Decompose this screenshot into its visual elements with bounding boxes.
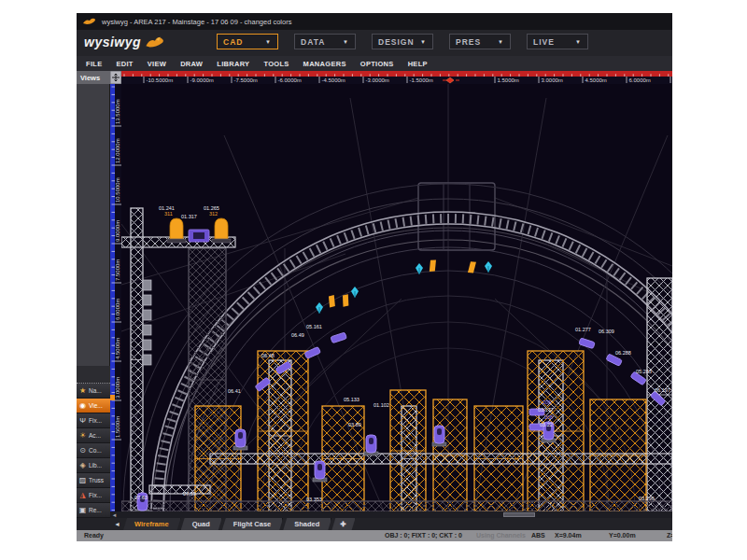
fixture-label: 01.277 bbox=[575, 327, 591, 332]
sidebar-tool-star[interactable]: ★Na... bbox=[77, 384, 110, 399]
chevron-down-icon: ▼ bbox=[498, 39, 504, 45]
svg-text:-6.0000m: -6.0000m bbox=[278, 77, 302, 83]
views-panel-header[interactable]: Views bbox=[77, 71, 110, 84]
chevron-down-icon: ▼ bbox=[575, 39, 582, 45]
fixture-label: 208 bbox=[544, 414, 553, 420]
horizontal-ruler[interactable]: -10.5000m-9.0000m-7.5000m-6.0000m-4.5000… bbox=[121, 71, 672, 84]
menu-managers[interactable]: MANAGERS bbox=[303, 60, 346, 68]
library-icon: ◈ bbox=[78, 461, 87, 469]
window-title: wysiwyg - AREA 217 - Mainstage - 17 06 0… bbox=[102, 18, 291, 26]
scroll-left-icon[interactable]: ◄ bbox=[110, 512, 119, 518]
fixture-label: 03.296 bbox=[639, 496, 655, 501]
status-x-coord: X=9.04m bbox=[555, 532, 582, 539]
svg-text:4.5000m: 4.5000m bbox=[115, 338, 120, 359]
view-tab-shaded[interactable]: Shaded bbox=[283, 518, 331, 530]
fixture-lbox[interactable] bbox=[143, 310, 151, 320]
menu-tools[interactable]: TOOLS bbox=[263, 60, 289, 68]
svg-text:3.0000m: 3.0000m bbox=[115, 377, 120, 399]
fixture-label: 03.22 bbox=[540, 422, 553, 427]
fixture-label: 06.309 bbox=[599, 329, 614, 334]
status-y-coord: Y=0.00m bbox=[609, 532, 636, 539]
svg-text:-1.5000m: -1.5000m bbox=[410, 77, 433, 83]
logo-bird-icon bbox=[145, 35, 165, 49]
svg-text:1.5000m: 1.5000m bbox=[498, 77, 519, 83]
svg-text:1.5000m: 1.5000m bbox=[115, 416, 120, 438]
menu-help[interactable]: HELP bbox=[408, 60, 428, 68]
fixture-phead[interactable] bbox=[233, 429, 247, 450]
sidebar-tool-console[interactable]: ⊙Co... bbox=[77, 443, 110, 458]
menu-edit[interactable]: EDIT bbox=[116, 60, 133, 68]
svg-text:-3.0000m: -3.0000m bbox=[366, 77, 389, 83]
star-icon: ★ bbox=[78, 386, 87, 395]
status-coord-mode[interactable]: ABS bbox=[531, 532, 545, 539]
fixture-lbox[interactable] bbox=[143, 355, 151, 365]
mode-tab-data[interactable]: DATA▼ bbox=[294, 34, 356, 49]
svg-text:-7.5000m: -7.5000m bbox=[234, 77, 258, 83]
sidebar-tool-truss[interactable]: ▨Truss bbox=[77, 473, 110, 488]
cad-canvas[interactable]: 01.24131101.31701.26531206.4106.4806.490… bbox=[121, 84, 672, 511]
mode-tab-pres[interactable]: PRES▼ bbox=[449, 34, 511, 49]
add-view-tab-button[interactable]: ✚ bbox=[331, 518, 355, 530]
view-tab-flight-case[interactable]: Flight Case bbox=[222, 518, 283, 530]
svg-text:12.0000m: 12.0000m bbox=[115, 138, 120, 163]
sidebar-tool-people[interactable]: ◮Fix... bbox=[77, 488, 110, 503]
sidebar-tool-library[interactable]: ◈Lib... bbox=[77, 458, 110, 473]
wysiwyg-logo: wysiwyg bbox=[84, 35, 165, 49]
chevron-down-icon: ▼ bbox=[343, 39, 349, 45]
sidebar-tool-accessory[interactable]: ☀Ac... bbox=[77, 428, 110, 443]
menu-file[interactable]: FILE bbox=[86, 60, 102, 68]
svg-text:3.0000m: 3.0000m bbox=[542, 77, 563, 83]
mode-tab-live[interactable]: LIVE▼ bbox=[527, 34, 588, 49]
cad-viewport[interactable]: -10.5000m-9.0000m-7.5000m-6.0000m-4.5000… bbox=[110, 71, 672, 511]
fixture-phead[interactable] bbox=[313, 461, 327, 482]
fixture-icon: Ψ bbox=[78, 416, 87, 425]
app-icon bbox=[82, 17, 97, 26]
people-icon: ◮ bbox=[78, 491, 87, 499]
fixture-phead[interactable] bbox=[432, 426, 446, 446]
view-tab-bar: ◄ WireframeQuadFlight CaseShaded✚ bbox=[77, 518, 672, 530]
vertical-ruler[interactable]: 13.5000m12.0000m10.5000m9.0000m7.5000m6.… bbox=[110, 84, 121, 511]
fixture-lbox[interactable] bbox=[143, 280, 151, 290]
sidebar-tool-fixture[interactable]: ΨFix... bbox=[77, 413, 110, 428]
scrollbar-thumb[interactable] bbox=[503, 512, 535, 517]
sidebar-tool-image[interactable]: ▣Re... bbox=[77, 503, 110, 518]
menu-draw[interactable]: DRAW bbox=[180, 60, 203, 68]
mode-tab-design[interactable]: DESIGN▼ bbox=[372, 34, 433, 49]
view-tab-wireframe[interactable]: Wireframe bbox=[123, 518, 181, 530]
menu-options[interactable]: OPTIONS bbox=[360, 60, 394, 68]
fixture-lbox[interactable] bbox=[143, 325, 151, 335]
fixture-label: 312 bbox=[209, 211, 218, 217]
fixture-label: 03.177 bbox=[538, 407, 554, 413]
sidebar: Views ★Na...◉Vie...ΨFix...☀Ac...⊙Co...◈L… bbox=[77, 71, 110, 530]
ruler-corner-button[interactable] bbox=[110, 71, 121, 84]
sidebar-tool-view[interactable]: ◉Vie... bbox=[77, 399, 110, 413]
view-tab-quad[interactable]: Quad bbox=[181, 518, 222, 530]
fixture-label: 07.59 bbox=[183, 491, 196, 497]
mode-tabs: CAD▼DATA▼DESIGN▼PRES▼LIVE▼ bbox=[217, 34, 588, 49]
fixture-lbox[interactable] bbox=[143, 295, 151, 305]
status-counts: OBJ : 0; FIXT : 0; CKT : 0 bbox=[385, 532, 462, 539]
svg-text:9.0000m: 9.0000m bbox=[115, 220, 120, 242]
fixture-label: 03.353 bbox=[306, 497, 322, 502]
fixture-phead[interactable] bbox=[364, 435, 378, 455]
fixture-lbox[interactable] bbox=[143, 340, 151, 350]
tab-scroll-left-icon[interactable]: ◄ bbox=[77, 518, 123, 530]
scrollbar-track[interactable] bbox=[119, 512, 672, 517]
title-bar: wysiwyg - AREA 217 - Mainstage - 17 06 0… bbox=[77, 13, 672, 30]
mode-tab-cad[interactable]: CAD▼ bbox=[217, 34, 278, 49]
fixture-pbox[interactable] bbox=[189, 230, 209, 242]
image-icon: ▣ bbox=[78, 506, 87, 514]
menu-bar: FILEEDITVIEWDRAWLIBRARYTOOLSMANAGERSOPTI… bbox=[77, 56, 672, 71]
fixture-label: 06.49 bbox=[291, 332, 304, 338]
status-z-coord: Z= bbox=[667, 532, 672, 539]
svg-text:7.5000m: 7.5000m bbox=[115, 259, 120, 281]
chevron-down-icon: ▼ bbox=[420, 39, 427, 45]
menu-view[interactable]: VIEW bbox=[148, 60, 166, 68]
fixture-label: 206 bbox=[543, 399, 551, 405]
fixture-label: 311 bbox=[164, 211, 173, 217]
horizontal-scrollbar[interactable]: ◄ bbox=[110, 511, 672, 518]
menu-library[interactable]: LIBRARY bbox=[217, 60, 249, 68]
fixture-label: 05.283 bbox=[636, 369, 652, 374]
wysiwyg-app-window: wysiwyg - AREA 217 - Mainstage - 17 06 0… bbox=[77, 13, 672, 541]
views-panel[interactable] bbox=[77, 84, 110, 366]
